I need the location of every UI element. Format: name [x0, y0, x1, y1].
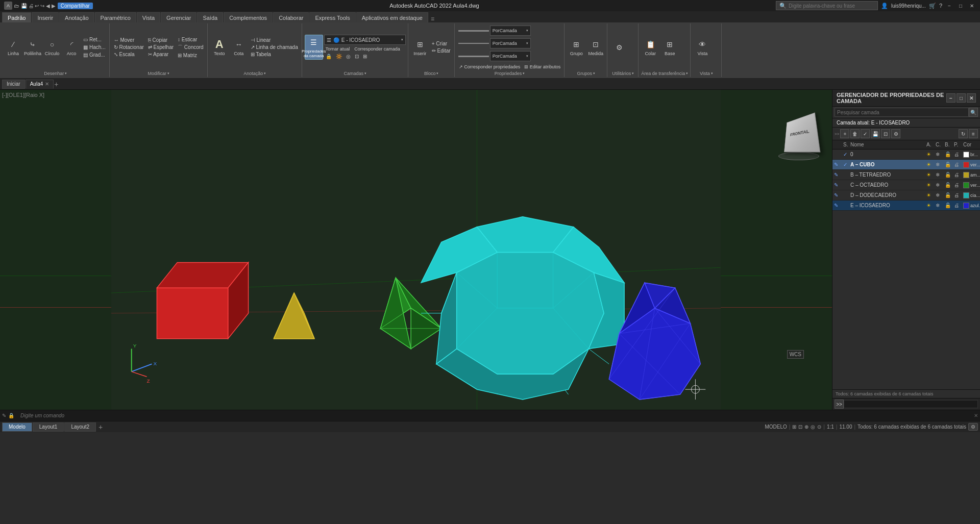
ortho-btn[interactable]: ⊕ [804, 424, 808, 430]
lp-minimize-btn[interactable]: − [946, 93, 955, 103]
lp-close-btn[interactable]: ✕ [967, 93, 976, 103]
polar-btn[interactable]: ◎ [811, 424, 815, 430]
group-modificar-label[interactable]: Modificar▾ [112, 71, 205, 76]
grid-btn[interactable]: ⊞ [792, 424, 796, 430]
lr-on-E[interactable]: ☀ [925, 203, 934, 208]
lh-plot[interactable]: P. [952, 141, 962, 148]
btn-matriz[interactable]: ⊞ Matriz [176, 52, 205, 59]
lr-plot-A[interactable]: 🖨 [952, 162, 962, 167]
btn-base[interactable]: ⊞ Base [660, 35, 679, 60]
maximize-button[interactable]: □ [957, 2, 965, 10]
tab-destaque[interactable]: Aplicativos em destaque [356, 12, 428, 22]
lh-status[interactable]: S. [842, 141, 849, 148]
tab-vista[interactable]: Vista [137, 12, 160, 22]
lp-bottom-input[interactable] [844, 400, 978, 408]
tab-aula4-close[interactable]: ✕ [45, 81, 49, 87]
lr-freeze-A[interactable]: ❄ [934, 162, 943, 167]
group-desenhar-label[interactable]: Desenhar▾ [4, 71, 107, 76]
lp-float-btn[interactable]: □ [957, 93, 966, 103]
lr-freeze-B[interactable]: ❄ [934, 172, 943, 178]
tab-gerenciar[interactable]: Gerenciar [161, 12, 197, 22]
btn-layer-tool3[interactable]: ◎ [345, 53, 352, 60]
lh-on[interactable]: A. [925, 141, 934, 148]
btn-propriedades-camada[interactable]: ☰ Propriedadesda camada [305, 35, 323, 60]
lp-search-input[interactable] [835, 108, 969, 117]
view-cube[interactable]: FRONTAL [776, 110, 822, 156]
btn-aparar[interactable]: ✂ Aparar [146, 51, 175, 58]
btn-vista[interactable]: 👁 Vista [693, 35, 712, 60]
btn-circulo[interactable]: ○ Círculo [43, 35, 61, 60]
workspace-select[interactable]: ⚙ [968, 423, 978, 431]
dropdown-por-camada-1[interactable]: PorCamada▾ [490, 26, 531, 36]
btn-layer-tool1[interactable]: 🔒 [324, 53, 333, 60]
lr-lock-B[interactable]: 🔓 [943, 172, 952, 178]
wcs-label[interactable]: WCS [787, 350, 804, 359]
osnap-btn[interactable]: ⊙ [817, 424, 821, 430]
lr-freeze-E[interactable]: ❄ [934, 203, 943, 208]
group-vista-label[interactable]: Vista▾ [693, 71, 719, 76]
lh-freeze[interactable]: C. [934, 141, 943, 148]
tab-add-button[interactable]: + [54, 80, 58, 88]
lp-filter-btn[interactable]: ⊡ [881, 129, 890, 138]
lr-on-B[interactable]: ☀ [925, 172, 934, 178]
lr-freeze-C[interactable]: ❄ [934, 182, 943, 188]
tab-saida[interactable]: Saída [197, 12, 223, 22]
lh-name[interactable]: Nome [849, 141, 925, 148]
btn-utilitarios[interactable]: ⚙ [610, 35, 628, 60]
btn-mover[interactable]: ↔ Mover [112, 37, 145, 43]
ribbon-menu-icon[interactable]: ≡ [429, 15, 436, 22]
bot-tab-layout1[interactable]: Layout1 [33, 422, 64, 432]
lr-freeze-D[interactable]: ❄ [934, 192, 943, 198]
view-cube-ring[interactable] [778, 152, 819, 160]
lr-on-D[interactable]: ☀ [925, 192, 934, 198]
lr-plot-E[interactable]: 🖨 [952, 203, 962, 208]
btn-cota[interactable]: ↔ Cota [230, 35, 248, 60]
btn-layer-tool5[interactable]: ⊞ [361, 53, 369, 60]
group-camadas-label[interactable]: Camadas▾ [305, 71, 406, 76]
lp-refresh-btn[interactable]: ↻ [959, 129, 968, 138]
btn-linha[interactable]: ⁄ Linha [4, 35, 22, 60]
lr-lock-0[interactable]: 🔓 [943, 152, 952, 157]
btn-corresponder-camada[interactable]: Corresponder camada [353, 46, 402, 52]
btn-layer-tool2[interactable]: 🔆 [334, 53, 344, 60]
lr-plot-D[interactable]: 🖨 [952, 192, 962, 198]
lr-lock-A[interactable]: 🔓 [943, 162, 952, 167]
btn-retangulo[interactable]: ▭ Ret... [82, 36, 107, 43]
lr-on-A[interactable]: ☀ [925, 162, 934, 167]
dropdown-por-camada-2[interactable]: PorCamada▾ [490, 38, 531, 48]
lp-expand-panel-btn[interactable]: >> [835, 400, 844, 409]
btn-linear[interactable]: ⊣ Linear [249, 37, 300, 43]
cmd-close-btn[interactable]: ✕ [972, 413, 980, 418]
lh-lock[interactable]: B. [943, 141, 952, 148]
search-input[interactable] [789, 3, 874, 9]
btn-grupo[interactable]: ⊞ Grupo [567, 35, 585, 60]
lp-delete-layer-btn[interactable]: 🗑 [850, 129, 860, 138]
snap-btn[interactable]: ⊡ [798, 424, 802, 430]
bot-tab-modelo[interactable]: Modelo [2, 422, 32, 432]
lr-lock-C[interactable]: 🔓 [943, 182, 952, 188]
btn-hachura[interactable]: ▦ Hach... [82, 44, 107, 51]
close-button[interactable]: ✕ [968, 2, 976, 10]
btn-escala[interactable]: ⤡ Escala [112, 51, 145, 58]
bot-tab-layout2[interactable]: Layout2 [64, 422, 96, 432]
layer-row-0[interactable]: ✓ 0 ☀ ❄ 🔓 🖨 br... [832, 149, 980, 160]
lr-plot-C[interactable]: 🖨 [952, 182, 962, 188]
cmd-icon-pencil[interactable]: ✎ [2, 413, 6, 418]
lr-freeze-0[interactable]: ❄ [934, 152, 943, 157]
group-propriedades-label[interactable]: Propriedades▾ [457, 71, 562, 76]
tab-express[interactable]: Express Tools [309, 12, 355, 22]
share-button[interactable]: Compartilhar [58, 3, 93, 9]
btn-tornar-atual[interactable]: Tornar atual [324, 46, 352, 52]
group-utilitarios-label[interactable]: Utilitários▾ [610, 71, 636, 76]
btn-inserir-bloco[interactable]: ⊞ Inserir [411, 35, 429, 60]
btn-editar-bloco[interactable]: ✏ Editar [430, 47, 452, 54]
btn-corresponder-prop[interactable]: ↗ Corresponder propriedades [457, 64, 522, 70]
lp-set-current-btn[interactable]: ✓ [861, 129, 870, 138]
lp-options-btn[interactable]: ≡ [969, 129, 978, 138]
btn-layer-tool4[interactable]: ⊡ [353, 53, 360, 60]
btn-polilinha[interactable]: ⤷ Polilinha [23, 35, 42, 60]
lp-search-btn[interactable]: 🔍 [969, 108, 978, 117]
tab-complementos[interactable]: Complementos [224, 12, 273, 22]
btn-copiar[interactable]: ⎘ Copiar [146, 37, 175, 43]
btn-criar-bloco[interactable]: + Criar [430, 40, 452, 47]
